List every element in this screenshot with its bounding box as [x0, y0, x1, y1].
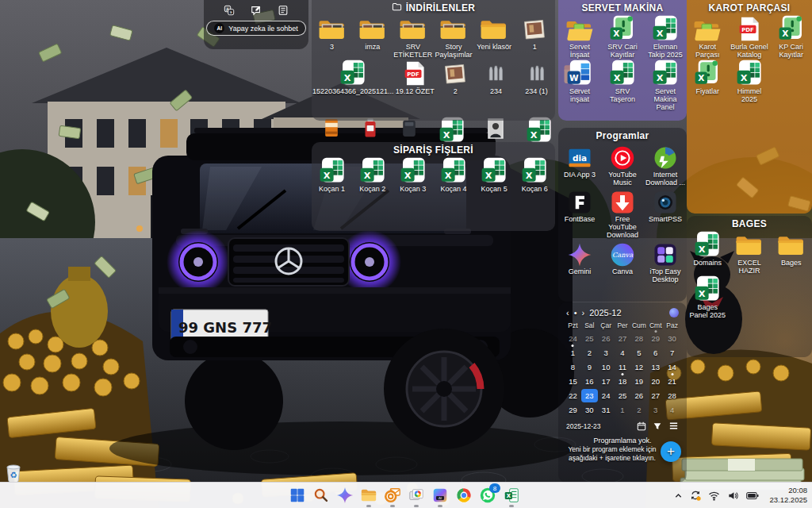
desktop-icon-srv-ta-eron[interactable]: XSRV Taşeron [601, 60, 644, 103]
desktop-icon-canva[interactable]: CanvaCanva [601, 241, 644, 283]
calendar-day[interactable]: 1 [615, 403, 631, 417]
taskbar-search-icon[interactable] [312, 486, 331, 505]
desktop-icon-ko-an-5[interactable]: XKoçan 5 [474, 158, 515, 201]
desktop-icon-19-12-zet[interactable]: PDF19.12 ÖZET [395, 60, 435, 103]
sync-status-icon[interactable] [690, 490, 701, 501]
desktop-icon-1[interactable]: 1 [515, 16, 555, 59]
calendar-day[interactable]: 8 [565, 360, 581, 374]
calendar-day[interactable]: 17 [598, 375, 615, 388]
taskbar-designer-icon[interactable]: AI [431, 486, 450, 505]
desktop-icon-domains[interactable]: XDomains [687, 232, 729, 275]
calendar-day[interactable]: 24 [598, 389, 615, 402]
calendar-day[interactable]: 24 [565, 332, 581, 345]
desktop-icon-kp-cari-kay-tlar[interactable]: XKP Cari Kayıtlar [770, 16, 812, 59]
desktop-icon-karot-par-as[interactable]: Karot Parçası [687, 16, 729, 59]
desktop-icon-gemini[interactable]: Gemini [558, 241, 601, 283]
calendar-day[interactable]: 25 [615, 389, 631, 402]
taskbar-file-explorer-icon[interactable] [359, 486, 378, 505]
taskbar-outlook-icon[interactable] [383, 486, 402, 505]
menu-icon[interactable] [668, 421, 679, 431]
calendar-day[interactable]: 31 [598, 403, 615, 417]
calendar-day[interactable]: 5 [630, 346, 647, 360]
dark-icon[interactable] [398, 117, 420, 145]
filter-icon[interactable] [653, 421, 662, 431]
desktop-icon-ko-an-6[interactable]: XKoçan 6 [515, 158, 555, 201]
desktop-icon-2[interactable]: 2 [435, 60, 476, 103]
calendar-day[interactable]: 28 [664, 389, 680, 402]
desktop-icon-bages[interactable]: Bages [770, 232, 812, 275]
taskbar-chrome-icon[interactable] [454, 486, 473, 505]
calendar-day[interactable]: 4 [664, 403, 680, 417]
ai-chat-button[interactable]: AI Yapay zeka ile sohbet [206, 21, 305, 36]
calendar-day[interactable]: 19 [630, 375, 647, 388]
calendar-day[interactable]: 21 [664, 375, 680, 388]
calendar-day[interactable]: 2 [581, 346, 598, 360]
calendar-prev-button[interactable]: ‹ [566, 308, 569, 318]
calendar-day[interactable]: 22 [565, 389, 581, 402]
desktop-icon-ko-an-1[interactable]: XKoçan 1 [312, 158, 352, 201]
calendar-day[interactable]: 4 [615, 346, 631, 360]
calendar-day[interactable]: 23 [581, 389, 598, 402]
calendar-day[interactable]: 26 [598, 332, 615, 345]
calendar-day[interactable]: 12 [630, 360, 647, 374]
calendar-day[interactable]: 16 [581, 375, 598, 388]
calendar-day[interactable]: 2 [630, 403, 647, 417]
wifi-icon[interactable] [708, 490, 720, 502]
calendar-day[interactable]: 30 [581, 403, 598, 417]
calendar-day[interactable]: 27 [615, 332, 631, 345]
taskbar-photos-icon[interactable] [407, 486, 426, 505]
desktop-icon-fontbase[interactable]: FontBase [558, 188, 601, 231]
canister-icon[interactable] [360, 117, 381, 145]
desktop-icon-servet-makina-panel[interactable]: XServet Makina Panel [644, 60, 687, 111]
calendar-day[interactable]: 10 [598, 360, 615, 374]
desktop-icon-3[interactable]: 3 [312, 16, 352, 59]
desktop-icon-srv-eti-ketler[interactable]: SRV ETİKETLER [393, 16, 433, 59]
desktop-icon-srv-cari-kay-tlar[interactable]: XSRV Cari Kayıtlar [601, 16, 644, 59]
desktop-icon-ko-an-3[interactable]: XKoçan 3 [393, 158, 433, 201]
taskbar-whatsapp-icon[interactable]: 8 [478, 486, 497, 505]
desktop-icon-burla-genel-katalog[interactable]: PDFBurla Genel Katalog [729, 16, 771, 59]
desktop-icon-234-1[interactable]: 234 (1) [516, 60, 557, 103]
calendar-day[interactable]: 25 [581, 332, 598, 345]
taskbar-start-icon[interactable] [288, 486, 307, 505]
desktop-icon-ko-an-4[interactable]: XKoçan 4 [433, 158, 473, 201]
desktop-icon-234[interactable]: 234 [476, 60, 516, 103]
calendar-next-button[interactable]: › [582, 308, 585, 318]
calendar-day[interactable]: 14 [664, 360, 680, 374]
volume-icon[interactable] [727, 490, 739, 502]
hidden-icons-chevron[interactable] [674, 491, 683, 500]
box-icon[interactable] [320, 117, 343, 145]
calendar-orb-icon[interactable] [669, 308, 679, 318]
calendar-day[interactable]: 18 [615, 375, 631, 388]
taskbar-copilot-icon[interactable] [335, 486, 354, 505]
calendar-day[interactable]: 13 [647, 360, 664, 374]
calendar-day[interactable]: 7 [664, 346, 680, 360]
calendar-day[interactable]: 27 [647, 389, 664, 402]
calendar-day[interactable]: 3 [647, 403, 664, 417]
calendar-day[interactable]: 29 [565, 403, 581, 417]
desktop-icon-dia-app-3[interactable]: diaDIA App 3 [558, 144, 601, 187]
desktop-icon-excel-hazir[interactable]: EXCEL HAZIR [729, 232, 771, 275]
desktop-icon-fiyatlar[interactable]: XFiyatlar [687, 60, 729, 103]
chat-compose-icon[interactable] [251, 5, 262, 16]
calendar-day[interactable]: 1 [565, 346, 581, 360]
calendar-day[interactable]: 15 [565, 375, 581, 388]
news-icon[interactable] [278, 5, 289, 16]
desktop-icon-yeni-klas-r[interactable]: Yeni klasör [474, 16, 515, 59]
calendar-day[interactable]: 3 [598, 346, 615, 360]
desktop-icon-bages-panel-2025[interactable]: XBages Panel 2025 [687, 276, 729, 319]
desktop-icon-himmel-2025[interactable]: XHimmel 2025 [729, 60, 771, 103]
calendar-day[interactable]: 26 [630, 389, 647, 402]
desktop-icon-internet-download[interactable]: Internet Download ... [644, 144, 687, 187]
calendar-day[interactable]: 20 [647, 375, 664, 388]
taskbar-excel-icon[interactable]: X [502, 486, 521, 505]
desktop-icon-servet-in-aat[interactable]: WServet inşaat [558, 60, 601, 103]
desktop-icon-15220364366-2025121[interactable]: X15220364366_2025121... [312, 60, 395, 103]
portrait-icon[interactable] [484, 117, 508, 145]
desktop-icon-itop-easy-desktop[interactable]: iTop Easy Desktop [644, 241, 687, 283]
calendar-today-dot[interactable]: • [574, 308, 577, 318]
excel-icon[interactable]: X [525, 117, 553, 145]
calendar-day[interactable]: 11 [615, 360, 631, 374]
desktop-icon-story-payla-mlar[interactable]: Story Paylaşımlar [433, 16, 473, 59]
add-schedule-button[interactable]: + [661, 441, 681, 462]
